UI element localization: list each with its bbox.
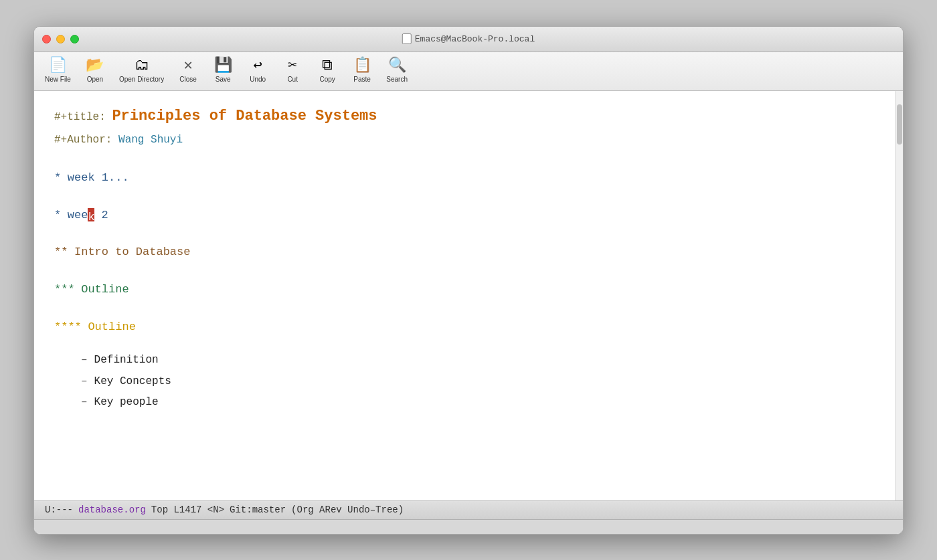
- new-file-label: New File: [45, 76, 71, 83]
- list-text-1: Definition: [94, 352, 159, 369]
- meta-title-key: #+title:: [54, 111, 106, 123]
- heading4-text: Outline: [81, 283, 129, 296]
- open-label: Open: [87, 76, 103, 83]
- list-bullet-1: –: [81, 352, 88, 369]
- list-bullet-3: –: [81, 394, 88, 411]
- heading5-text: Outline: [88, 320, 135, 333]
- open-button[interactable]: 📂 Open: [79, 56, 111, 86]
- heading2-stars: *: [54, 209, 61, 221]
- status-position: Top L1417 <N>: [151, 504, 224, 515]
- close-file-icon: ✕: [184, 59, 193, 74]
- search-button[interactable]: 🔍 Search: [381, 56, 413, 86]
- close-file-label: Close: [179, 76, 197, 83]
- scrollbar-thumb[interactable]: [897, 104, 902, 145]
- save-icon: 💾: [214, 59, 232, 74]
- status-mode: U:---: [45, 504, 73, 515]
- paste-icon: 📋: [353, 59, 371, 74]
- status-filename[interactable]: database.org: [78, 504, 146, 515]
- org-title-line: #+title: Principles of Database Systems: [54, 104, 875, 128]
- minimize-button[interactable]: [56, 35, 65, 43]
- heading4-stars: ***: [54, 283, 75, 296]
- heading2-text: week 2: [68, 209, 108, 221]
- undo-button[interactable]: ↩ Undo: [242, 56, 274, 86]
- heading-outline3: *** Outline: [54, 280, 875, 299]
- close-button[interactable]: [42, 35, 51, 43]
- heading-intro: ** Intro to Database: [54, 243, 875, 262]
- new-file-icon: 📄: [49, 59, 67, 74]
- org-author-line: #+Author: Wang Shuyi: [54, 132, 875, 149]
- heading2-text-after: 2: [94, 209, 108, 221]
- status-git: Git:master: [230, 504, 286, 515]
- list-item: – Key people: [81, 394, 875, 411]
- title-text: Emacs@MacBook-Pro.local: [415, 34, 535, 44]
- new-file-button[interactable]: 📄 New File: [39, 56, 76, 86]
- titlebar: Emacs@MacBook-Pro.local: [34, 27, 903, 52]
- heading5-stars: ****: [54, 320, 82, 333]
- window-title: Emacs@MacBook-Pro.local: [402, 33, 535, 44]
- open-directory-button[interactable]: 🗂 Open Directory: [114, 56, 169, 86]
- cut-icon: ✂: [288, 59, 297, 74]
- toolbar: 📄 New File 📂 Open 🗂 Open Directory ✕ Clo…: [34, 52, 903, 91]
- statusbar: U:--- database.org Top L1417 <N> Git:mas…: [34, 500, 903, 519]
- copy-button[interactable]: ⧉ Copy: [311, 56, 343, 86]
- list-text-3: Key people: [94, 394, 159, 411]
- open-directory-label: Open Directory: [119, 76, 164, 83]
- org-list: – Definition – Key Concepts – Key people: [81, 352, 875, 411]
- editor-area[interactable]: #+title: Principles of Database Systems …: [34, 91, 895, 500]
- emacs-window: Emacs@MacBook-Pro.local 📄 New File 📂 Ope…: [33, 26, 904, 535]
- list-text-2: Key Concepts: [94, 373, 171, 391]
- undo-icon: ↩: [254, 59, 262, 74]
- minibuffer: [34, 519, 903, 534]
- heading1-text: week 1...: [68, 171, 129, 184]
- copy-label: Copy: [319, 76, 335, 83]
- maximize-button[interactable]: [70, 35, 79, 43]
- scrollbar[interactable]: [895, 91, 903, 500]
- traffic-lights: [42, 35, 79, 43]
- paste-button[interactable]: 📋 Paste: [346, 56, 378, 86]
- content-wrapper: #+title: Principles of Database Systems …: [34, 91, 903, 500]
- list-bullet-2: –: [81, 373, 88, 391]
- save-button[interactable]: 💾 Save: [207, 56, 239, 86]
- heading-outline4: **** Outline: [54, 318, 875, 337]
- open-icon: 📂: [86, 59, 104, 74]
- heading3-stars: **: [54, 246, 68, 258]
- open-directory-icon: 🗂: [135, 59, 149, 74]
- copy-icon: ⧉: [322, 59, 333, 74]
- list-item: – Definition: [81, 352, 875, 369]
- heading2-text-before: wee: [68, 209, 88, 221]
- cut-label: Cut: [287, 76, 298, 83]
- save-label: Save: [216, 76, 231, 83]
- cut-button[interactable]: ✂ Cut: [276, 56, 309, 86]
- status-modes: (Org ARev Undo–Tree): [291, 504, 404, 515]
- search-label: Search: [386, 76, 408, 83]
- text-cursor: k: [88, 208, 94, 221]
- meta-author-value: Wang Shuyi: [118, 134, 183, 146]
- document-icon: [402, 33, 412, 44]
- heading-week1: * week 1...: [54, 169, 875, 187]
- undo-label: Undo: [250, 76, 266, 83]
- paste-label: Paste: [353, 76, 371, 83]
- meta-author-key: #+Author:: [54, 134, 112, 146]
- heading3-text: Intro to Database: [74, 246, 190, 258]
- meta-title-value: Principles of Database Systems: [112, 108, 377, 124]
- close-file-button[interactable]: ✕ Close: [172, 56, 204, 86]
- list-item: – Key Concepts: [81, 373, 875, 391]
- heading1-stars: *: [54, 171, 61, 184]
- heading-week2: * week 2: [54, 206, 875, 225]
- search-icon: 🔍: [388, 59, 406, 74]
